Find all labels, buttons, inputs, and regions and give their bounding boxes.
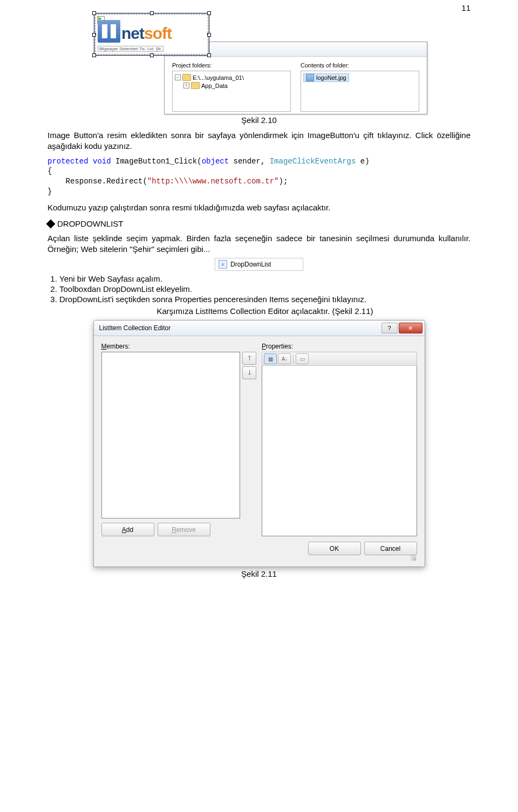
image-file-icon — [306, 74, 314, 81]
help-button[interactable]: ? — [381, 323, 398, 333]
paragraph-2: Kodumuzu yazıp çalıştırdan sonra resmi t… — [47, 202, 471, 213]
file-item-selected[interactable]: logoNet.jpg — [303, 73, 349, 82]
page-number: 11 — [461, 3, 471, 12]
logo-text-soft: soft — [144, 24, 172, 42]
tree-child-label[interactable]: App_Data — [201, 83, 228, 89]
section-dropdownlist: DROPDOWNLIST — [47, 219, 471, 229]
property-grid[interactable] — [262, 366, 417, 536]
alphabetical-button[interactable]: A↓ — [278, 353, 291, 364]
listitem-collection-editor-dialog: ListItem Collection Editor ? ✕ Members: … — [93, 320, 425, 567]
step-1: Yeni bir Web Sayfası açalım. — [59, 274, 471, 283]
bullet-diamond-icon — [46, 220, 56, 229]
resize-grip-icon[interactable] — [101, 555, 417, 562]
folder-icon — [191, 82, 200, 89]
move-down-button[interactable]: 🡓 — [242, 366, 256, 379]
dialog-title: ListItem Collection Editor — [99, 324, 171, 332]
dropdownlist-icon: ≡ — [219, 260, 227, 269]
members-label: Members: — [101, 343, 257, 350]
expand-minus-icon[interactable]: − — [175, 74, 181, 80]
project-folders-tree[interactable]: − E:\...\uygulama_01\ + App_Data — [172, 71, 291, 112]
code-block: protected void ImageButton1_Click(object… — [47, 156, 471, 197]
tree-root-label[interactable]: E:\...\uygulama_01\ — [193, 74, 244, 81]
expand-plus-icon[interactable]: + — [183, 83, 189, 88]
logo-text-net: net — [121, 24, 144, 42]
file-name: logoNet.jpg — [316, 74, 346, 81]
dropdownlist-toolbox-item: ≡ DropDownList — [215, 258, 303, 271]
paragraph-1: Image Button'a resim ekledikten sonra bi… — [47, 130, 471, 152]
contents-label: Contents of folder: — [301, 62, 419, 69]
image-button-preview: netsoft Bilgisayar Sistemleri Tic. Ltd. … — [94, 13, 209, 56]
categorized-button[interactable]: ▦ — [264, 353, 277, 364]
step-3-note: Karşımıza ListItems Collection Editor aç… — [59, 306, 471, 317]
members-listbox[interactable] — [101, 352, 241, 518]
figure-caption-2: Şekil 2.11 — [47, 569, 471, 578]
folder-icon — [182, 74, 191, 81]
figure-caption-1: Şekil 2.10 — [47, 115, 471, 125]
steps-list: Yeni bir Web Sayfası açalım. Toolboxdan … — [47, 274, 471, 304]
properties-label: Properties: — [262, 343, 417, 350]
cancel-button[interactable]: Cancel — [364, 542, 417, 555]
logo-mark-icon — [98, 20, 120, 43]
property-toolbar: ▦ A↓ ▭ — [262, 352, 417, 366]
section-title: DROPDOWNLIST — [57, 219, 124, 228]
logo-tagline: Bilgisayar Sistemleri Tic. Ltd. Şti. — [98, 46, 163, 52]
netsoft-logo: netsoft — [98, 20, 206, 43]
project-folders-label: Project folders: — [172, 62, 291, 69]
ok-button[interactable]: OK — [308, 542, 361, 555]
property-pages-button[interactable]: ▭ — [296, 353, 309, 364]
step-2: Toolboxdan DropDownList ekleyelim. — [59, 284, 471, 294]
folder-contents-list[interactable]: logoNet.jpg — [301, 71, 419, 112]
add-button[interactable]: Add — [101, 523, 154, 536]
move-up-button[interactable]: 🡑 — [242, 352, 256, 365]
paragraph-3: Açılan liste şeklinde seçim yapmak. Bird… — [47, 233, 471, 255]
close-button[interactable]: ✕ — [399, 323, 422, 333]
remove-button[interactable]: Remove — [158, 523, 210, 536]
step-3: DropDownList'i seçtikden sonra Propertie… — [59, 295, 471, 304]
dropdownlist-label: DropDownList — [230, 261, 271, 268]
